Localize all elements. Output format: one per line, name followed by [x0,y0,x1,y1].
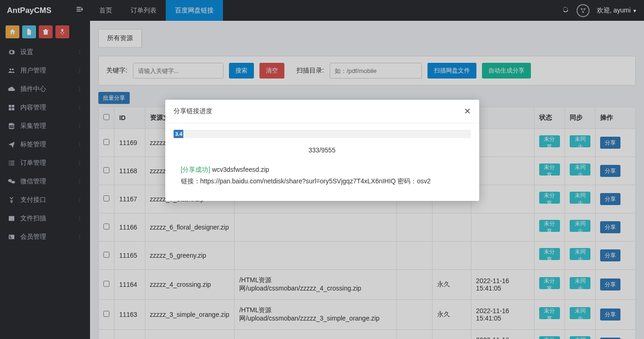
modal-mask[interactable] [0,0,644,21]
